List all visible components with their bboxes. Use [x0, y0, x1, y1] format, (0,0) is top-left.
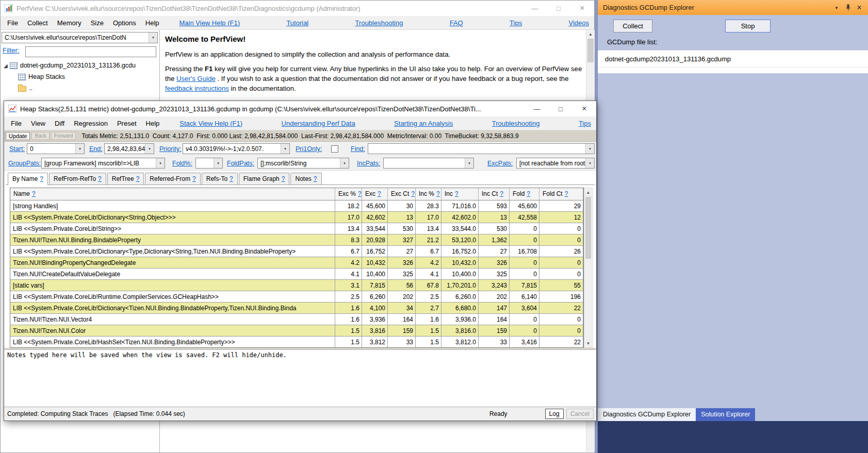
- column-header-exc[interactable]: Exc?: [362, 188, 388, 200]
- menu-help[interactable]: Help: [141, 120, 165, 127]
- help-link[interactable]: ?: [282, 175, 285, 182]
- table-row[interactable]: LIB <<System.Private.CoreLib!Runtime.Com…: [10, 291, 583, 303]
- pin-icon[interactable]: [842, 2, 854, 13]
- collect-button[interactable]: Collect: [613, 20, 652, 32]
- help-link[interactable]: ?: [98, 175, 102, 182]
- close-icon[interactable]: ×: [572, 101, 596, 116]
- grouppats-label[interactable]: GroupPats:: [8, 160, 41, 167]
- combo-arrow-icon[interactable]: ▾: [156, 158, 165, 168]
- incpats-combo[interactable]: ▾: [383, 158, 474, 169]
- maximize-icon[interactable]: □: [547, 1, 570, 16]
- column-header-exc-ct[interactable]: Exc Ct?: [388, 188, 416, 200]
- combo-arrow-icon[interactable]: ▾: [149, 32, 157, 43]
- forward-button[interactable]: Forward: [51, 132, 76, 140]
- incpats-label[interactable]: IncPats:: [357, 160, 380, 167]
- menu-size[interactable]: Size: [86, 19, 108, 27]
- combo-arrow-icon[interactable]: ▾: [340, 158, 349, 168]
- table-row[interactable]: Tizen.NUI!Tizen.NUI.Binding.BindableProp…: [10, 234, 583, 246]
- grouppats-combo[interactable]: [group Framework] mscorlib!=>LIB ▾: [41, 158, 165, 169]
- table-row[interactable]: [strong Handles]18.245,6003028.371,016.0…: [10, 200, 583, 212]
- table-row[interactable]: Tizen.NUI!Tizen.NUI.Vector41.63,9361641.…: [10, 314, 583, 325]
- menu-diff[interactable]: Diff: [50, 120, 69, 127]
- table-row[interactable]: LIB <<System.Private.CoreLib!String>>13.…: [10, 223, 583, 234]
- tree-item-dotnet-gcdump-20231013-131136-gcdu[interactable]: ◢dotnet-gcdump_20231013_131136.gcdu: [1, 60, 159, 71]
- combo-arrow-icon[interactable]: ▾: [465, 158, 473, 168]
- help-link[interactable]: ?: [500, 190, 503, 197]
- help-link[interactable]: ?: [192, 175, 196, 182]
- column-header-inc[interactable]: Inc %?: [416, 188, 441, 200]
- tree-item-heap-stacks[interactable]: Heap Stacks: [1, 71, 159, 82]
- menu-link-starting-an-analysis[interactable]: Starting an Analysis: [394, 120, 453, 127]
- menu-link-troubleshooting[interactable]: Troubleshooting: [355, 19, 403, 27]
- menu-regression[interactable]: Regression: [69, 120, 112, 127]
- minimize-icon[interactable]: —: [525, 101, 549, 116]
- minimize-icon[interactable]: —: [523, 1, 547, 16]
- directory-path-combo[interactable]: C:\Users\vivek.ellur\source\repos\TizenD…: [2, 32, 158, 43]
- tab-by-name[interactable]: By Name?: [8, 173, 48, 185]
- help-link[interactable]: ?: [358, 190, 362, 197]
- menu-preset[interactable]: Preset: [112, 120, 141, 127]
- combo-arrow-icon[interactable]: ▾: [585, 158, 594, 168]
- tab-refs-to[interactable]: Refs-To?: [202, 173, 238, 184]
- maximize-icon[interactable]: □: [549, 101, 572, 116]
- panel-tab-solution-explorer[interactable]: Solution Explorer: [696, 408, 755, 421]
- menu-file[interactable]: File: [3, 19, 23, 27]
- end-combo[interactable]: 2,98,42,83,64 ▾: [104, 143, 154, 154]
- grid-scrollbar[interactable]: ▲ ▼: [584, 188, 593, 348]
- start-label[interactable]: Start:: [9, 145, 25, 153]
- window-position-icon[interactable]: ▾: [831, 2, 842, 13]
- tab-notes[interactable]: Notes?: [290, 173, 321, 184]
- heap-titlebar[interactable]: Heap Stacks(2,51,131 metric) dotnet-gcdu…: [4, 101, 596, 116]
- foldpct-label[interactable]: Fold%:: [172, 160, 192, 167]
- column-header-inc-ct[interactable]: Inc Ct?: [479, 188, 510, 200]
- column-header-name[interactable]: Name?: [10, 188, 335, 200]
- table-row[interactable]: LIB <<System.Private.CoreLib!Dictionary<…: [10, 303, 583, 314]
- notes-pane[interactable]: Notes typed here will be saved when the …: [5, 349, 596, 407]
- tab-referred-from[interactable]: Referred-From?: [145, 173, 200, 184]
- help-link[interactable]: ?: [314, 175, 317, 182]
- back-button[interactable]: Back: [31, 132, 49, 140]
- menu-link-stack-view-help-f1[interactable]: Stack View Help (F1): [179, 120, 242, 127]
- combo-arrow-icon[interactable]: ▾: [145, 144, 154, 154]
- excpats-label[interactable]: ExcPats:: [487, 160, 513, 167]
- gcdump-file-item[interactable]: dotnet-gcdump20231013_131136.gcdump: [598, 51, 868, 68]
- log-button[interactable]: Log: [545, 409, 564, 419]
- menu-link-faq[interactable]: FAQ: [450, 19, 463, 27]
- close-icon[interactable]: ×: [854, 2, 865, 13]
- tree-item-[interactable]: ..: [1, 82, 159, 94]
- combo-arrow-icon[interactable]: ▾: [281, 144, 289, 154]
- column-header-exc[interactable]: Exc %?: [335, 188, 362, 200]
- stop-button[interactable]: Stop: [725, 20, 771, 32]
- help-link[interactable]: ?: [527, 190, 530, 197]
- table-row[interactable]: Tizen.NUI!Tizen.NUI.Color1.53,8161591.53…: [10, 325, 583, 337]
- column-header-inc[interactable]: Inc?: [441, 188, 479, 200]
- expander-icon[interactable]: ◢: [4, 63, 8, 69]
- priority-label[interactable]: Priority:: [159, 145, 181, 153]
- help-link[interactable]: ?: [40, 175, 43, 182]
- help-link[interactable]: ?: [378, 190, 381, 197]
- menu-link-tips[interactable]: Tips: [510, 19, 522, 27]
- help-link[interactable]: ?: [136, 175, 140, 182]
- priority-combo[interactable]: v4.0.30319\%!->-1;v2.0.507. ▾: [183, 143, 290, 154]
- menu-options[interactable]: Options: [108, 19, 141, 27]
- tab-reftree[interactable]: RefTree?: [107, 173, 144, 184]
- menu-link-videos[interactable]: Videos: [568, 19, 589, 27]
- combo-arrow-icon[interactable]: ▾: [75, 144, 84, 154]
- filter-input[interactable]: [25, 46, 156, 57]
- table-row[interactable]: LIB <<System.Private.CoreLib!Dictionary<…: [10, 212, 583, 223]
- find-label[interactable]: Find:: [351, 145, 365, 153]
- inline-link[interactable]: User's Guide: [176, 75, 216, 82]
- tab-reffrom-refto[interactable]: RefFrom-RefTo?: [49, 173, 106, 184]
- menu-link-tips[interactable]: Tips: [579, 120, 591, 127]
- table-row[interactable]: Tizen.NUI!BindingPropertyChangedDelegate…: [10, 257, 583, 269]
- menu-link-understanding-perf-data[interactable]: Understanding Perf Data: [282, 120, 355, 127]
- menu-link-troubleshooting[interactable]: Troubleshooting: [492, 120, 540, 127]
- scroll-down-icon[interactable]: ▼: [584, 339, 592, 347]
- filter-label[interactable]: Filter:: [3, 46, 20, 54]
- pri1only-checkbox[interactable]: [331, 145, 338, 153]
- end-label[interactable]: End:: [89, 145, 103, 153]
- menu-link-main-view-help-f1[interactable]: Main View Help (F1): [179, 19, 240, 27]
- excpats-combo[interactable]: [not reachable from roots ▾: [516, 158, 595, 169]
- help-link[interactable]: ?: [32, 190, 36, 197]
- tool-window-header[interactable]: Diagnostics GCDump Explorer ▾ ×: [598, 0, 868, 15]
